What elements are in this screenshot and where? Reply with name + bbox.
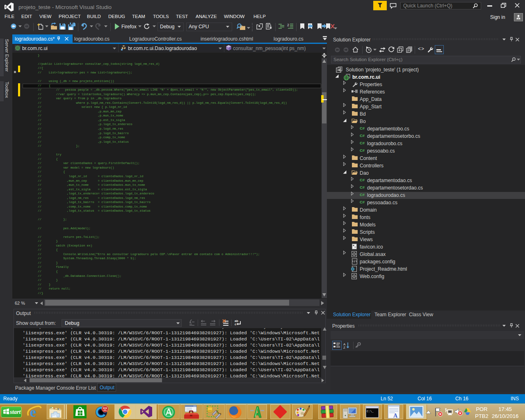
svg-text:c: c xyxy=(235,322,236,326)
svg-text:2: 2 xyxy=(287,23,289,27)
svg-text:Z: Z xyxy=(343,346,345,349)
svg-text:C:\_: C:\_ xyxy=(367,410,374,413)
svg-text:A: A xyxy=(393,413,398,419)
